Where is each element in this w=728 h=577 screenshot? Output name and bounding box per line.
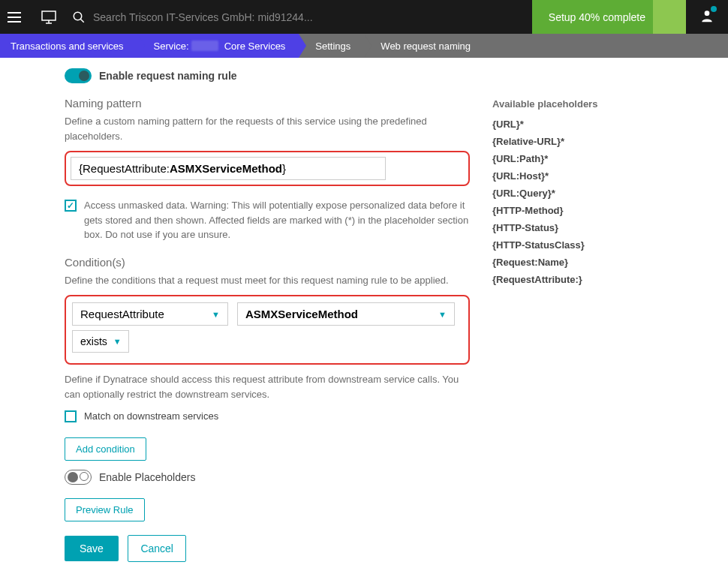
match-downstream-checkbox[interactable] bbox=[65, 410, 77, 422]
conditions-highlight: RequestAttribute▼ ASMXServiceMethod▼ exi… bbox=[65, 295, 470, 365]
naming-pattern-title: Naming pattern bbox=[65, 97, 470, 110]
conditions-title: Condition(s) bbox=[65, 256, 470, 269]
svg-point-3 bbox=[74, 12, 82, 20]
naming-pattern-desc: Define a custom naming pattern for the r… bbox=[65, 114, 470, 143]
placeholder-item[interactable]: {URL}* bbox=[492, 119, 678, 130]
conditions-desc: Define the conditions that a request mus… bbox=[65, 273, 470, 288]
chevron-down-icon: ▼ bbox=[212, 310, 220, 319]
add-condition-button[interactable]: Add condition bbox=[65, 437, 146, 461]
search-placeholder-text: Search Triscon IT-Services GmbH: mid9124… bbox=[93, 11, 313, 23]
setup-progress-badge[interactable]: Setup 40% complete bbox=[532, 0, 686, 34]
breadcrumb-transactions[interactable]: Transactions and services bbox=[0, 34, 137, 58]
access-unmasked-label: Access unmasked data. Warning: This will… bbox=[84, 198, 470, 242]
dashboard-icon[interactable] bbox=[41, 9, 57, 26]
breadcrumb: Transactions and services Service: Core … bbox=[0, 34, 728, 58]
placeholder-item[interactable]: {Relative-URL}* bbox=[492, 136, 678, 147]
enable-placeholders-label: Enable Placeholders bbox=[99, 471, 195, 483]
chevron-down-icon: ▼ bbox=[438, 310, 447, 319]
placeholders-title: Available placeholders bbox=[492, 98, 678, 110]
notification-dot-icon bbox=[711, 6, 717, 12]
top-bar: Search Triscon IT-Services GmbH: mid9124… bbox=[0, 0, 728, 34]
downstream-desc: Define if Dynatrace should access this r… bbox=[65, 372, 470, 401]
save-button[interactable]: Save bbox=[65, 536, 119, 561]
enable-placeholders-toggle[interactable] bbox=[65, 470, 92, 485]
naming-pattern-input[interactable]: {RequestAttribute:ASMXServiceMethod} bbox=[71, 157, 386, 180]
breadcrumb-settings[interactable]: Settings bbox=[299, 34, 364, 58]
search-icon bbox=[72, 11, 86, 24]
condition-value-select[interactable]: ASMXServiceMethod▼ bbox=[237, 302, 455, 326]
available-placeholders-panel: Available placeholders {URL}* {Relative-… bbox=[492, 68, 687, 562]
cancel-button[interactable]: Cancel bbox=[128, 535, 186, 562]
match-downstream-label: Match on downstream services bbox=[84, 409, 218, 424]
placeholder-item[interactable]: {Request:Name} bbox=[492, 257, 678, 268]
breadcrumb-web-request-naming: Web request naming bbox=[364, 34, 484, 58]
svg-rect-0 bbox=[42, 11, 56, 20]
condition-operator-select[interactable]: exists▼ bbox=[72, 330, 129, 353]
menu-icon[interactable] bbox=[8, 8, 26, 26]
naming-pattern-highlight: {RequestAttribute:ASMXServiceMethod} bbox=[65, 151, 470, 186]
placeholder-item[interactable]: {URL:Query}* bbox=[492, 188, 678, 199]
placeholder-item[interactable]: {HTTP-Status} bbox=[492, 222, 678, 233]
svg-point-5 bbox=[705, 11, 710, 16]
condition-attribute-select[interactable]: RequestAttribute▼ bbox=[72, 302, 228, 326]
user-icon[interactable] bbox=[699, 8, 714, 26]
placeholder-item[interactable]: {URL:Host}* bbox=[492, 170, 678, 182]
chevron-down-icon: ▼ bbox=[113, 337, 122, 346]
placeholder-item[interactable]: {HTTP-Method} bbox=[492, 205, 678, 216]
search-area[interactable]: Search Triscon IT-Services GmbH: mid9124… bbox=[72, 11, 532, 24]
access-unmasked-checkbox[interactable] bbox=[65, 200, 77, 212]
placeholder-item[interactable]: {HTTP-StatusClass} bbox=[492, 239, 678, 251]
svg-line-4 bbox=[80, 19, 84, 23]
enable-rule-label: Enable request naming rule bbox=[99, 70, 237, 82]
preview-rule-button[interactable]: Preview Rule bbox=[65, 498, 145, 521]
enable-rule-toggle[interactable] bbox=[65, 68, 92, 83]
placeholder-item[interactable]: {RequestAttribute:} bbox=[492, 274, 678, 285]
breadcrumb-service[interactable]: Service: Core Services bbox=[137, 34, 299, 58]
setup-label: Setup 40% complete bbox=[549, 11, 645, 23]
placeholder-item[interactable]: {URL:Path}* bbox=[492, 153, 678, 164]
